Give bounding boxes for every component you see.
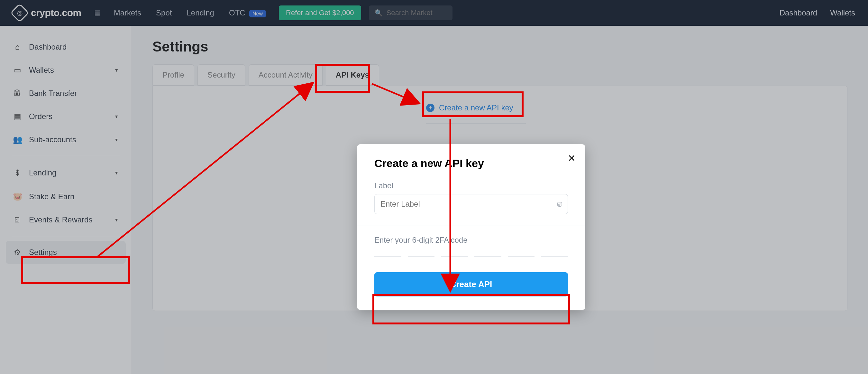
sidebar-item-label: Events & Rewards: [29, 215, 92, 224]
chevron-down-icon: ▼: [114, 114, 119, 119]
search-box[interactable]: 🔍: [369, 5, 453, 20]
search-input[interactable]: [386, 9, 447, 17]
chevron-down-icon: ▼: [114, 137, 119, 142]
tfa-digit-2[interactable]: [408, 254, 435, 257]
refer-button[interactable]: Refer and Get $2,000: [279, 5, 361, 20]
create-api-key-modal: ✕ Create a new API key Label ⎚ Enter you…: [357, 144, 585, 310]
sidebar-item-label: Settings: [29, 248, 57, 257]
sidebar-item-dashboard[interactable]: ⌂ Dashboard: [0, 35, 131, 59]
tab-security[interactable]: Security: [197, 64, 245, 86]
tfa-digit-5[interactable]: [508, 254, 535, 257]
top-header: ◎ crypto.com ▦ Markets Spot Lending OTC …: [0, 0, 868, 26]
nav-spot[interactable]: Spot: [156, 8, 172, 18]
nav-lending[interactable]: Lending: [187, 8, 214, 18]
tab-profile[interactable]: Profile: [152, 64, 194, 86]
sidebar-item-lending[interactable]: ＄ Lending ▼: [0, 161, 131, 185]
apps-grid-icon[interactable]: ▦: [94, 9, 101, 17]
bank-icon: 🏛: [13, 89, 22, 98]
header-dashboard-link[interactable]: Dashboard: [780, 8, 817, 18]
sidebar-item-label: Dashboard: [29, 42, 67, 52]
tfa-digit-4[interactable]: [474, 254, 501, 257]
tfa-label: Enter your 6-digit 2FA code: [357, 236, 585, 254]
brand-logo[interactable]: ◎ crypto.com: [13, 6, 81, 20]
sidebar: ⌂ Dashboard ▭ Wallets ▼ 🏛 Bank Transfer …: [0, 26, 132, 374]
sidebar-item-sub-accounts[interactable]: 👥 Sub-accounts ▼: [0, 128, 131, 151]
divider: [357, 226, 585, 226]
nav-otc[interactable]: OTC: [229, 8, 245, 17]
plus-circle-icon: +: [426, 104, 434, 112]
tfa-digit-3[interactable]: [441, 254, 468, 257]
id-card-icon: ⎚: [557, 200, 562, 208]
gear-icon: ⚙: [13, 248, 22, 257]
sidebar-item-settings[interactable]: ⚙ Settings: [6, 241, 126, 264]
divider: [11, 156, 120, 156]
label-field-label: Label: [357, 178, 585, 194]
sidebar-item-label: Wallets: [29, 66, 54, 75]
sidebar-item-bank-transfer[interactable]: 🏛 Bank Transfer: [0, 82, 131, 105]
new-badge: New: [249, 10, 266, 18]
header-right: Dashboard Wallets: [780, 8, 855, 18]
sidebar-item-label: Orders: [29, 112, 53, 121]
wallet-icon: ▭: [13, 66, 22, 75]
chevron-down-icon: ▼: [114, 170, 119, 175]
sidebar-item-label: Sub-accounts: [29, 135, 76, 144]
search-icon: 🔍: [375, 9, 383, 17]
label-input-wrap[interactable]: ⎚: [374, 194, 568, 214]
tfa-digit-1[interactable]: [374, 254, 401, 257]
calendar-icon: 🗓: [13, 215, 22, 224]
modal-title: Create a new API key: [357, 157, 585, 178]
sidebar-item-stake-earn[interactable]: 🐷 Stake & Earn: [0, 185, 131, 208]
nav-markets[interactable]: Markets: [114, 8, 141, 18]
home-icon: ⌂: [13, 42, 22, 52]
settings-tabs: Profile Security Account Activity API Ke…: [152, 64, 847, 86]
sidebar-item-orders[interactable]: ▤ Orders ▼: [0, 105, 131, 128]
chevron-down-icon: ▼: [114, 217, 119, 222]
logo-icon: ◎: [10, 3, 29, 22]
chevron-down-icon: ▼: [114, 67, 119, 73]
create-api-key-label: Create a new API key: [439, 103, 513, 112]
sidebar-item-events-rewards[interactable]: 🗓 Events & Rewards ▼: [0, 208, 131, 231]
divider: [11, 236, 120, 236]
tfa-digit-6[interactable]: [541, 254, 568, 257]
sidebar-item-label: Lending: [29, 168, 56, 177]
create-api-button[interactable]: Create API: [374, 272, 568, 296]
brand-text: crypto.com: [31, 7, 81, 18]
tab-account-activity[interactable]: Account Activity: [249, 64, 322, 86]
orders-icon: ▤: [13, 112, 22, 121]
header-wallets-link[interactable]: Wallets: [830, 8, 855, 18]
create-api-key-link[interactable]: + Create a new API key: [426, 99, 526, 123]
label-input[interactable]: [380, 200, 557, 208]
tab-api-keys[interactable]: API Keys: [326, 64, 379, 86]
sidebar-item-label: Bank Transfer: [29, 89, 77, 98]
tfa-code-inputs[interactable]: [357, 254, 585, 266]
top-nav: Markets Spot Lending OTC New: [114, 8, 266, 18]
nav-otc-wrap[interactable]: OTC New: [229, 8, 266, 18]
page-title: Settings: [152, 39, 847, 55]
lending-icon: ＄: [13, 168, 22, 178]
piggy-icon: 🐷: [13, 192, 22, 201]
sidebar-item-wallets[interactable]: ▭ Wallets ▼: [0, 59, 131, 82]
sidebar-item-label: Stake & Earn: [29, 192, 74, 201]
close-icon[interactable]: ✕: [568, 152, 576, 164]
users-icon: 👥: [13, 135, 22, 144]
